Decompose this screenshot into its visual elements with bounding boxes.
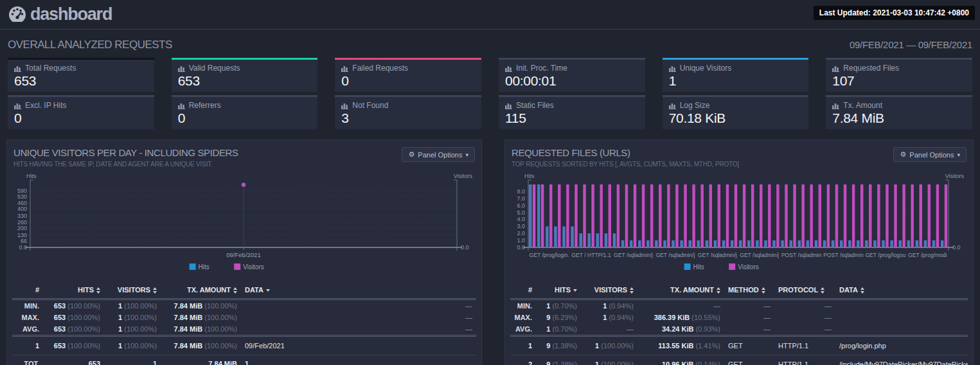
hits-bar[interactable] <box>537 184 540 247</box>
visitors-bar[interactable] <box>920 184 922 247</box>
hits-bar[interactable] <box>546 226 548 247</box>
column-header-data[interactable]: DATA <box>835 281 968 299</box>
hits-bar[interactable] <box>706 240 708 247</box>
hits-bar[interactable] <box>899 240 902 247</box>
column-header-data[interactable]: DATA <box>241 281 453 299</box>
legend-item-hits[interactable]: Hits <box>684 263 704 271</box>
visitors-data-point[interactable] <box>242 182 245 186</box>
hits-bar[interactable] <box>916 240 918 247</box>
visitors-bar[interactable] <box>945 184 947 247</box>
visitors-bar[interactable] <box>642 184 645 247</box>
hits-bar[interactable] <box>672 240 674 247</box>
visitors-bar[interactable] <box>675 184 678 247</box>
column-header-visitors[interactable]: VISITORS <box>581 281 637 299</box>
visitors-bar[interactable] <box>869 184 871 247</box>
visitors-bar[interactable] <box>659 184 661 247</box>
hits-bar[interactable] <box>562 226 565 247</box>
visitors-bar[interactable] <box>801 184 804 247</box>
hits-bar[interactable] <box>739 240 742 247</box>
visitors-bar[interactable] <box>768 184 771 247</box>
table-row-2[interactable]: 29 (1.38%)1 (100.00%)10.96 KiB (0.14%)GE… <box>510 355 968 365</box>
column-header-hits[interactable]: HITS <box>43 281 104 299</box>
hits-bar[interactable] <box>747 240 750 247</box>
visitors-bar[interactable] <box>566 184 569 247</box>
hits-bar[interactable] <box>865 240 868 247</box>
visitors-bar[interactable] <box>819 184 821 247</box>
legend-item-hits[interactable]: Hits <box>190 263 209 271</box>
visitors-bar[interactable] <box>928 184 931 247</box>
hits-bar[interactable] <box>941 240 943 247</box>
visitors-bar[interactable] <box>852 184 855 247</box>
visitors-bar[interactable] <box>667 184 670 247</box>
visitors-bar[interactable] <box>844 184 846 247</box>
visitors-bar[interactable] <box>877 184 880 247</box>
visitors-bar[interactable] <box>549 184 552 247</box>
hits-bar[interactable] <box>815 240 817 247</box>
hits-bar[interactable] <box>689 240 691 247</box>
hits-bar[interactable] <box>630 240 632 247</box>
visitors-bar[interactable] <box>625 184 628 247</box>
column-header-tx-amount[interactable]: TX. AMOUNT <box>637 281 724 299</box>
visitors-bar[interactable] <box>760 184 762 247</box>
hits-bar[interactable] <box>588 233 591 247</box>
hits-bar[interactable] <box>789 240 792 247</box>
visitors-bar[interactable] <box>911 184 913 247</box>
hits-bar[interactable] <box>605 233 607 247</box>
column-header-method[interactable]: METHOD <box>724 281 774 299</box>
legend-item-visitors[interactable]: Visitors <box>234 263 264 271</box>
visitors-bar[interactable] <box>700 184 703 247</box>
hits-bar[interactable] <box>621 240 624 247</box>
visitors-bar[interactable] <box>886 184 888 247</box>
visitors-bar[interactable] <box>835 184 838 247</box>
visitors-bar[interactable] <box>902 184 905 247</box>
visitors-bar[interactable] <box>634 184 636 247</box>
visitors-bar[interactable] <box>533 184 535 247</box>
visitors-bar[interactable] <box>827 184 830 247</box>
visitors-bar[interactable] <box>793 184 796 247</box>
panel-options-button[interactable]: ⚙ Panel Options ▾ <box>893 147 967 162</box>
hits-bar[interactable] <box>638 240 641 247</box>
visitors-bar[interactable] <box>558 184 560 247</box>
panel-options-button[interactable]: ⚙ Panel Options ▾ <box>402 147 475 162</box>
hits-bar[interactable] <box>613 233 616 247</box>
hits-bar[interactable] <box>907 240 910 247</box>
hits-bar[interactable] <box>554 226 557 247</box>
visitors-bar[interactable] <box>600 184 602 247</box>
visitors-bar[interactable] <box>726 184 729 247</box>
hits-bar[interactable] <box>772 240 775 247</box>
visitors-bar[interactable] <box>609 184 611 247</box>
visitors-bar[interactable] <box>810 184 812 247</box>
hits-bar[interactable] <box>882 240 884 247</box>
hits-bar[interactable] <box>731 240 733 247</box>
visitors-bar[interactable] <box>709 184 712 247</box>
hits-bar[interactable] <box>756 240 758 247</box>
hits-bar[interactable] <box>823 240 826 247</box>
column-header-tx-amount[interactable]: TX. AMOUNT <box>161 281 241 299</box>
hits-bar[interactable] <box>798 240 801 247</box>
visitors-bar[interactable] <box>541 184 544 247</box>
hits-bar[interactable] <box>714 240 717 247</box>
hits-bar[interactable] <box>806 240 809 247</box>
visitors-bar[interactable] <box>936 184 939 247</box>
table-row-1[interactable]: 19 (1.38%)1 (100.00%)113.55 KiB (1.41%)G… <box>510 336 968 355</box>
hits-bar[interactable] <box>529 184 531 247</box>
column-header-visitors[interactable]: VISITORS <box>104 281 161 299</box>
visitors-bar[interactable] <box>591 184 594 247</box>
hits-bar[interactable] <box>857 240 859 247</box>
hits-bar[interactable] <box>697 240 700 247</box>
column-header-hits[interactable]: HITS <box>536 281 581 299</box>
hits-bar[interactable] <box>932 240 935 247</box>
hits-bar[interactable] <box>680 240 682 247</box>
visitors-bar[interactable] <box>751 184 754 247</box>
hits-bar[interactable] <box>596 233 599 247</box>
hits-bar[interactable] <box>848 240 851 247</box>
visitors-bar[interactable] <box>743 184 745 247</box>
visitors-bar[interactable] <box>785 184 787 247</box>
hits-bar[interactable] <box>764 240 767 247</box>
visitors-bar[interactable] <box>776 184 779 247</box>
visitors-bar[interactable] <box>735 184 737 247</box>
hits-bar[interactable] <box>890 240 893 247</box>
hits-bar[interactable] <box>840 240 842 247</box>
hits-bar[interactable] <box>873 240 876 247</box>
hits-bar[interactable] <box>722 240 725 247</box>
